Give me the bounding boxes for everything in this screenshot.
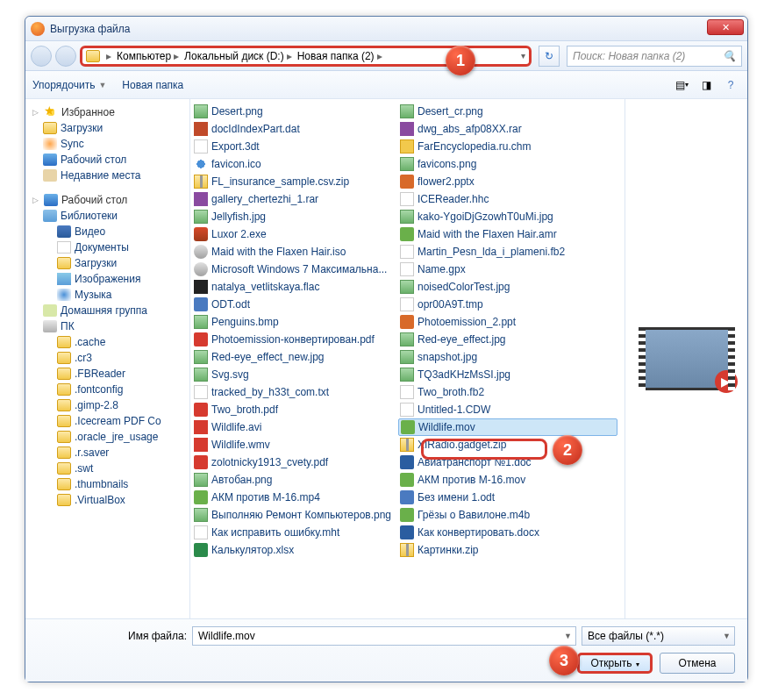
file-item[interactable]: Photoemission_2.ppt (398, 313, 617, 331)
sidebar-favorites[interactable]: ▷Избранное (27, 104, 188, 120)
file-item[interactable]: docIdIndexPart.dat (192, 120, 398, 138)
back-button[interactable] (31, 46, 52, 67)
close-button[interactable]: ✕ (707, 19, 744, 35)
file-item[interactable]: Maid with the Flaxen Hair.amr (398, 225, 617, 243)
file-name: kako-YgoiDjGzowhT0uMi.jpg (418, 211, 553, 223)
filename-input[interactable]: Wildlife.mov ▼ (192, 626, 576, 646)
organize-button[interactable]: Упорядочить▼ (32, 79, 106, 91)
file-item[interactable]: Jellyfish.jpg (192, 208, 398, 225)
file-item[interactable]: Выполняю Ремонт Компьютеров.png (192, 506, 398, 524)
sidebar-folder[interactable]: .thumbnails (27, 476, 188, 492)
file-item[interactable]: favicons.png (398, 155, 617, 173)
file-item[interactable]: Two_broth.pdf (192, 401, 398, 418)
file-icon (194, 438, 208, 452)
file-item[interactable]: noisedColorTest.jpg (398, 278, 617, 296)
file-item[interactable]: Без имени 1.odt (398, 489, 617, 506)
sidebar-folder[interactable]: .Icecream PDF Co (27, 413, 188, 429)
file-item[interactable]: Untitled-1.CDW (398, 401, 617, 418)
sidebar-pc[interactable]: ПК (27, 318, 188, 334)
help-button[interactable]: ? (721, 76, 740, 94)
file-item[interactable]: Калькулятор.xlsx (192, 541, 398, 559)
crumb-1[interactable]: Локальный диск (D:) (184, 50, 284, 62)
file-item[interactable]: snapshot.jpg (398, 348, 617, 366)
file-item[interactable]: Авиатранспорт №1.doc (398, 454, 617, 471)
file-item[interactable]: Luxor 2.exe (192, 225, 398, 243)
sidebar-folder[interactable]: .cache (27, 334, 188, 350)
file-item[interactable]: Red-eye_effect.jpg (398, 331, 617, 348)
file-item[interactable]: zolotnicky1913_cvety.pdf (192, 454, 398, 471)
file-item[interactable]: ODT.odt (192, 296, 398, 313)
file-item[interactable]: АКМ против М-16.mp4 (192, 489, 398, 506)
file-item[interactable]: Red-eye_effect_new.jpg (192, 348, 398, 366)
file-item[interactable]: ICEReader.hhc (398, 190, 617, 208)
sidebar-pictures[interactable]: Изображения (27, 271, 188, 287)
sidebar-documents[interactable]: Документы (27, 239, 188, 255)
file-item[interactable]: FL_insurance_sample.csv.zip (192, 173, 398, 190)
sidebar-folder[interactable]: .fontconfig (27, 382, 188, 397)
file-item[interactable]: АКМ против М-16.mov (398, 471, 617, 489)
sidebar-libraries[interactable]: Библиотеки (27, 208, 188, 224)
file-item[interactable]: Svg.svg (192, 366, 398, 383)
sidebar-homegroup[interactable]: Домашняя группа (27, 303, 188, 318)
file-item[interactable]: kako-YgoiDjGzowhT0uMi.jpg (398, 208, 617, 225)
cancel-button[interactable]: Отмена (660, 653, 735, 674)
crumb-2[interactable]: Новая папка (2) (297, 50, 375, 62)
file-item[interactable]: Wildlife.avi (192, 418, 398, 436)
file-item[interactable]: Как конвертировать.docx (398, 524, 617, 541)
forward-button[interactable] (55, 46, 76, 67)
file-item[interactable]: Maid with the Flaxen Hair.iso (192, 243, 398, 261)
file-item[interactable]: Photoemission-конвертирован.pdf (192, 331, 398, 348)
file-item[interactable]: gallery_chertezhi_1.rar (192, 190, 398, 208)
sidebar-folder[interactable]: .oracle_jre_usage (27, 429, 188, 445)
crumb-0[interactable]: Компьютер (117, 50, 171, 62)
file-item[interactable]: Автобан.png (192, 471, 398, 489)
filetype-select[interactable]: Все файлы (*.*) ▼ (582, 626, 735, 646)
sidebar-downloads[interactable]: Загрузки (27, 120, 188, 136)
sidebar-video[interactable]: Видео (27, 224, 188, 239)
sidebar-folder[interactable]: .FBReader (27, 366, 188, 382)
file-list[interactable]: Desert.pngdocIdIndexPart.datExport.3dtfa… (190, 99, 625, 618)
sidebar-folder[interactable]: .cr3 (27, 350, 188, 366)
file-item[interactable]: Export.3dt (192, 138, 398, 155)
new-folder-button[interactable]: Новая папка (122, 79, 183, 91)
file-item[interactable]: Name.gpx (398, 261, 617, 278)
sidebar-downloads-lib[interactable]: Загрузки (27, 255, 188, 271)
search-input[interactable]: Поиск: Новая папка (2) 🔍 (567, 46, 742, 67)
file-item[interactable]: Martin_Pesn_lda_i_plameni.fb2 (398, 243, 617, 261)
file-item[interactable]: tracked_by_h33t_com.txt (192, 383, 398, 401)
file-item[interactable]: Wildlife.mov (398, 418, 617, 436)
sidebar-desktop[interactable]: ▷Рабочий стол (27, 192, 188, 208)
sidebar-folder[interactable]: .r.saver (27, 445, 188, 461)
sidebar-folder[interactable]: .swt (27, 461, 188, 476)
view-button[interactable]: ▤▾ (672, 76, 691, 94)
file-item[interactable]: dwg_abs_afp08XX.rar (398, 120, 617, 138)
file-item[interactable]: Microsoft Windows 7 Максимальна... (192, 261, 398, 278)
sidebar-recent[interactable]: Недавние места (27, 168, 188, 183)
sidebar-folder[interactable]: .VirtualBox (27, 492, 188, 508)
file-item[interactable]: Грёзы о Вавилоне.m4b (398, 506, 617, 524)
file-item[interactable]: Two_broth.fb2 (398, 383, 617, 401)
refresh-button[interactable]: ↻ (539, 46, 560, 67)
sidebar-desktop-fav[interactable]: Рабочий стол (27, 152, 188, 168)
file-icon (400, 227, 414, 241)
file-item[interactable]: favicon.ico (192, 155, 398, 173)
file-item[interactable]: Wildlife.wmv (192, 436, 398, 454)
file-item[interactable]: natalya_vetlitskaya.flac (192, 278, 398, 296)
file-item[interactable]: flower2.pptx (398, 173, 617, 190)
file-item[interactable]: Desert_cr.png (398, 103, 617, 120)
play-icon: ▶ (715, 370, 738, 393)
file-item[interactable]: Desert.png (192, 103, 398, 120)
preview-pane: ▶ (625, 99, 747, 618)
preview-pane-button[interactable]: ◨ (696, 76, 716, 94)
sidebar-music[interactable]: Музыка (27, 287, 188, 303)
sidebar-folder[interactable]: .gimp-2.8 (27, 397, 188, 413)
file-item[interactable]: Penguins.bmp (192, 313, 398, 331)
open-button[interactable]: Открыть▾ (577, 653, 653, 674)
sidebar-sync[interactable]: Sync (27, 136, 188, 152)
file-item[interactable]: opr00A9T.tmp (398, 296, 617, 313)
file-item[interactable]: Картинки.zip (398, 541, 617, 559)
file-item[interactable]: XIRadio.gadget.zip (398, 436, 617, 454)
file-item[interactable]: TQ3adKHzMsSI.jpg (398, 366, 617, 383)
file-item[interactable]: FarEncyclopedia.ru.chm (398, 138, 617, 155)
file-item[interactable]: Как исправить ошибку.mht (192, 524, 398, 541)
